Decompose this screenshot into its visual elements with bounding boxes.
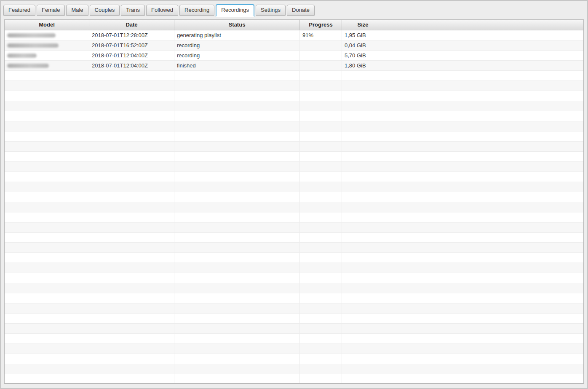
cell-size: 0,04 GiB bbox=[342, 40, 384, 50]
cell-status bbox=[174, 314, 300, 323]
cell-progress bbox=[300, 61, 342, 70]
cell-date bbox=[89, 334, 174, 343]
cell-progress bbox=[300, 182, 342, 192]
cell-model bbox=[5, 152, 89, 161]
cell-filler bbox=[384, 374, 583, 384]
cell-date bbox=[89, 364, 174, 374]
tab-settings[interactable]: Settings bbox=[256, 5, 286, 16]
cell-status bbox=[174, 283, 300, 293]
tab-male[interactable]: Male bbox=[66, 5, 88, 16]
tab-donate[interactable]: Donate bbox=[287, 5, 315, 16]
cell-filler bbox=[384, 111, 583, 121]
cell-progress bbox=[300, 172, 342, 182]
cell-model bbox=[5, 212, 89, 222]
recordings-table: ModelDateStatusProgressSize 2018-07-01T1… bbox=[4, 19, 584, 384]
cell-model bbox=[5, 192, 89, 202]
cell-progress bbox=[300, 81, 342, 91]
cell-progress bbox=[300, 233, 342, 242]
cell-filler bbox=[384, 303, 583, 313]
cell-size: 1,95 GiB bbox=[342, 30, 384, 40]
cell-model bbox=[5, 202, 89, 212]
cell-model bbox=[5, 51, 89, 60]
cell-size bbox=[342, 243, 384, 252]
column-header-size[interactable]: Size bbox=[342, 20, 384, 30]
cell-progress bbox=[300, 131, 342, 141]
cell-size bbox=[342, 334, 384, 343]
cell-progress bbox=[300, 51, 342, 60]
tab-female[interactable]: Female bbox=[37, 5, 65, 16]
cell-progress bbox=[300, 303, 342, 313]
cell-progress bbox=[300, 283, 342, 293]
cell-date bbox=[89, 121, 174, 131]
cell-date bbox=[89, 314, 174, 323]
cell-filler bbox=[384, 212, 583, 222]
tab-recording[interactable]: Recording bbox=[179, 5, 214, 16]
column-header-status[interactable]: Status bbox=[174, 20, 300, 30]
table-row[interactable]: 2018-07-01T12:04:00Zrecording5,70 GiB bbox=[5, 51, 583, 61]
cell-size bbox=[342, 263, 384, 273]
cell-model bbox=[5, 263, 89, 273]
tab-recordings[interactable]: Recordings bbox=[216, 4, 254, 17]
table-row-empty bbox=[5, 273, 583, 283]
cell-progress bbox=[300, 273, 342, 283]
cell-filler bbox=[384, 202, 583, 212]
cell-progress bbox=[300, 354, 342, 364]
cell-filler bbox=[384, 192, 583, 202]
cell-size bbox=[342, 364, 384, 374]
tab-followed[interactable]: Followed bbox=[146, 5, 178, 16]
cell-status bbox=[174, 324, 300, 333]
table-row-empty bbox=[5, 243, 583, 253]
cell-size: 1,80 GiB bbox=[342, 61, 384, 70]
column-header-date[interactable]: Date bbox=[89, 20, 174, 30]
table-row-empty bbox=[5, 202, 583, 212]
cell-status: finished bbox=[174, 61, 300, 70]
cell-date bbox=[89, 243, 174, 252]
cell-progress bbox=[300, 253, 342, 263]
cell-date bbox=[89, 131, 174, 141]
table-row-empty bbox=[5, 121, 583, 131]
cell-progress bbox=[300, 192, 342, 202]
model-name-redacted bbox=[7, 43, 59, 48]
cell-progress bbox=[300, 71, 342, 80]
table-row-empty bbox=[5, 172, 583, 182]
cell-status bbox=[174, 303, 300, 313]
table-row-empty bbox=[5, 354, 583, 364]
cell-date bbox=[89, 324, 174, 333]
cell-date bbox=[89, 354, 174, 364]
tab-bar: FeaturedFemaleMaleCouplesTransFollowedRe… bbox=[3, 3, 316, 16]
cell-date bbox=[89, 303, 174, 313]
tab-couples[interactable]: Couples bbox=[90, 5, 120, 16]
cell-date bbox=[89, 71, 174, 80]
cell-progress bbox=[300, 212, 342, 222]
cell-progress bbox=[300, 344, 342, 354]
cell-size bbox=[342, 111, 384, 121]
cell-progress bbox=[300, 324, 342, 333]
cell-model bbox=[5, 111, 89, 121]
cell-date bbox=[89, 91, 174, 101]
table-row[interactable]: 2018-07-01T16:52:00Zrecording0,04 GiB bbox=[5, 40, 583, 51]
table-row-empty bbox=[5, 283, 583, 293]
cell-date bbox=[89, 344, 174, 354]
column-header-progress[interactable]: Progress bbox=[300, 20, 342, 30]
cell-status bbox=[174, 334, 300, 343]
cell-size bbox=[342, 223, 384, 232]
cell-filler bbox=[384, 364, 583, 374]
tab-featured[interactable]: Featured bbox=[3, 5, 35, 16]
cell-status: recording bbox=[174, 51, 300, 60]
cell-filler bbox=[384, 233, 583, 242]
table-header-row: ModelDateStatusProgressSize bbox=[5, 20, 583, 30]
cell-size bbox=[342, 182, 384, 192]
cell-filler bbox=[384, 131, 583, 141]
cell-progress bbox=[300, 243, 342, 252]
cell-status bbox=[174, 162, 300, 172]
cell-status bbox=[174, 374, 300, 384]
cell-size bbox=[342, 71, 384, 80]
cell-size bbox=[342, 293, 384, 303]
table-row[interactable]: 2018-07-01T12:04:00Zfinished1,80 GiB bbox=[5, 61, 583, 71]
cell-date bbox=[89, 192, 174, 202]
column-header-model[interactable]: Model bbox=[5, 20, 89, 30]
table-row[interactable]: 2018-07-01T12:28:00Zgenerating playlist9… bbox=[5, 30, 583, 40]
cell-model bbox=[5, 374, 89, 384]
tab-trans[interactable]: Trans bbox=[121, 5, 145, 16]
cell-status bbox=[174, 223, 300, 232]
